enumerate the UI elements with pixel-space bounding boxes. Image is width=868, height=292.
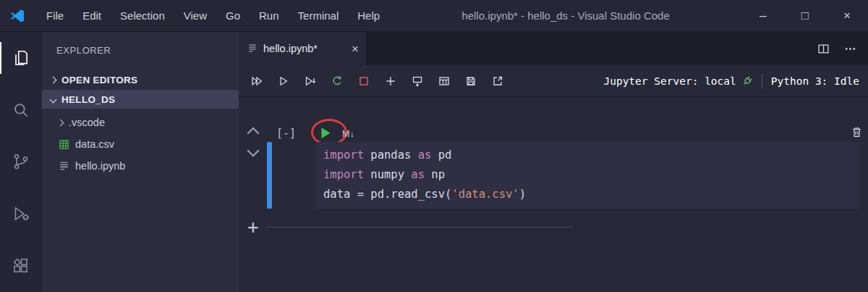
- add-cell-divider: [266, 227, 573, 228]
- editor-actions: [817, 32, 868, 65]
- add-cell-button[interactable]: +: [247, 216, 259, 238]
- notebook-editor: [-] M↓ import pa: [239, 97, 868, 292]
- tree-item-vscode-folder[interactable]: .vscode: [42, 112, 239, 133]
- notebook-icon: [247, 43, 258, 54]
- status-separator: [762, 74, 762, 88]
- tree-item-data-csv[interactable]: data.csv: [42, 133, 239, 155]
- markdown-toggle-button[interactable]: M↓: [342, 129, 354, 139]
- sidebar-title: EXPLORER: [42, 32, 239, 57]
- tab-label: hello.ipynb*: [263, 43, 346, 54]
- plug-connected-icon: [741, 75, 753, 87]
- vscode-logo-icon: [9, 8, 25, 24]
- chevron-down-icon: [50, 96, 57, 103]
- open-editors-label: OPEN EDITORS: [61, 75, 137, 85]
- run-cell-icon[interactable]: [320, 127, 331, 139]
- menu-file[interactable]: File: [37, 0, 73, 32]
- menu-edit[interactable]: Edit: [73, 0, 111, 32]
- editor-group: hello.ipynb* ×: [239, 32, 868, 292]
- run-above-icon[interactable]: [278, 75, 289, 87]
- cell-execution-count: [-]: [276, 127, 296, 140]
- notebook-toolbar-actions: [239, 75, 503, 87]
- tab-strip: hello.ipynb* ×: [239, 32, 868, 65]
- insert-cell-below-icon[interactable]: [412, 75, 423, 87]
- kernel-status-bar: Jupyter Server: local Python 3: Idle: [603, 74, 868, 88]
- add-cell-row: +: [247, 216, 573, 238]
- extensions-icon[interactable]: [0, 240, 42, 292]
- minimize-button[interactable]: –: [742, 0, 784, 32]
- vscode-window: File Edit Selection View Go Run Terminal…: [0, 0, 868, 292]
- folder-label: .vscode: [69, 117, 105, 128]
- menu-help[interactable]: Help: [348, 0, 389, 32]
- jupyter-server-status[interactable]: Jupyter Server: local: [603, 75, 736, 87]
- restart-kernel-icon[interactable]: [331, 75, 343, 87]
- export-icon[interactable]: [492, 75, 503, 87]
- notebook-toolbar: Jupyter Server: local Python 3: Idle: [239, 65, 868, 97]
- open-editors-section[interactable]: OPEN EDITORS: [42, 71, 239, 88]
- code-line: import numpy as np: [323, 165, 859, 185]
- tree-item-hello-ipynb[interactable]: hello.ipynb: [42, 155, 239, 177]
- save-icon[interactable]: [465, 75, 477, 87]
- add-cell-icon[interactable]: [385, 75, 396, 87]
- window-title: hello.ipynb* - hello_ds - Visual Studio …: [389, 9, 742, 22]
- menubar: File Edit Selection View Go Run Terminal…: [37, 0, 389, 32]
- source-control-icon[interactable]: [0, 136, 42, 188]
- file-label: hello.ipynb: [75, 160, 125, 172]
- run-all-icon[interactable]: [251, 75, 263, 87]
- notebook-icon: [58, 161, 69, 172]
- move-cell-up-icon[interactable]: [247, 128, 260, 140]
- move-cell-down-icon[interactable]: [247, 145, 260, 157]
- workspace-label: HELLO_DS: [61, 94, 115, 105]
- activity-bar: [0, 32, 42, 292]
- window-controls: – □ ×: [742, 0, 868, 32]
- menu-run[interactable]: Run: [250, 0, 289, 32]
- chevron-right-icon: [50, 76, 57, 83]
- search-icon[interactable]: [0, 84, 42, 136]
- workspace-section-hello-ds[interactable]: HELLO_DS: [42, 90, 239, 109]
- menu-view[interactable]: View: [174, 0, 216, 32]
- interrupt-kernel-icon[interactable]: [358, 75, 370, 87]
- code-line: import pandas as pd: [323, 146, 859, 165]
- selected-cell-indicator: [267, 142, 272, 209]
- trash-icon[interactable]: [851, 126, 863, 138]
- variable-explorer-icon[interactable]: [438, 75, 450, 87]
- split-editor-icon[interactable]: [817, 43, 830, 55]
- more-actions-icon[interactable]: [844, 43, 856, 55]
- menu-go[interactable]: Go: [216, 0, 250, 32]
- python-kernel-status[interactable]: Python 3: Idle: [771, 75, 859, 87]
- csv-table-icon: [58, 139, 69, 150]
- code-line: data = pd.read_csv('data.csv'): [323, 185, 859, 204]
- tab-close-icon[interactable]: ×: [352, 43, 359, 55]
- explorer-sidebar: EXPLORER OPEN EDITORS HELLO_DS .vscode: [42, 32, 239, 292]
- explorer-icon[interactable]: [0, 32, 42, 84]
- titlebar: File Edit Selection View Go Run Terminal…: [0, 0, 868, 32]
- file-label: data.csv: [75, 138, 114, 150]
- close-button[interactable]: ×: [826, 0, 868, 32]
- tab-hello-ipynb[interactable]: hello.ipynb* ×: [239, 32, 366, 65]
- menu-terminal[interactable]: Terminal: [289, 0, 349, 32]
- run-debug-icon[interactable]: [0, 188, 42, 240]
- maximize-button[interactable]: □: [784, 0, 826, 32]
- chevron-right-icon: [57, 119, 64, 126]
- file-tree: .vscode data.csv: [42, 109, 239, 177]
- menu-selection[interactable]: Selection: [111, 0, 174, 32]
- run-below-icon[interactable]: [305, 75, 316, 87]
- cell-code[interactable]: import pandas as pdimport numpy as npdat…: [316, 142, 859, 209]
